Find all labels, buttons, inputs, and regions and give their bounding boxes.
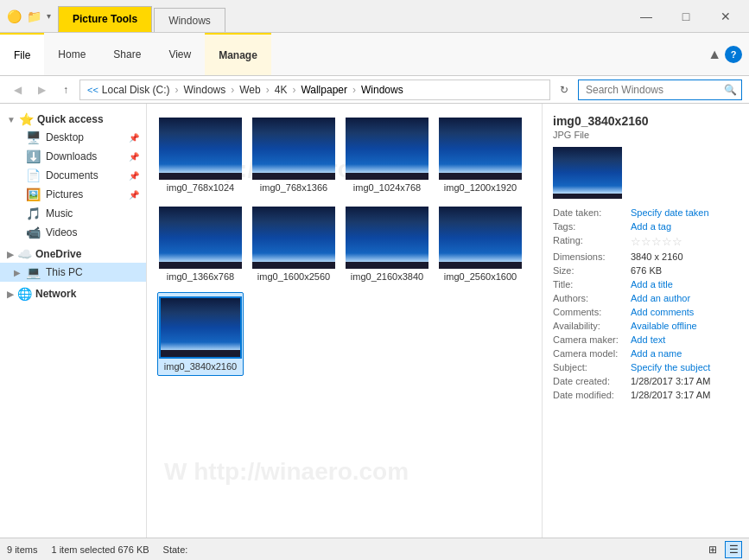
file-item[interactable]: img0_1200x1920 <box>437 114 524 196</box>
view-toggle: ⊞ ☰ <box>704 541 742 558</box>
detail-value[interactable]: Add text <box>631 334 739 345</box>
detail-row-camera-model: Camera model: Add a name <box>553 348 739 359</box>
file-label: img0_1200x1920 <box>444 182 517 193</box>
maximize-button[interactable]: □ <box>666 0 706 33</box>
chevron-right-icon: ▶ <box>14 268 21 277</box>
search-input[interactable] <box>578 80 742 100</box>
detail-value[interactable]: Add a title <box>631 279 739 290</box>
detail-preview <box>553 147 622 199</box>
title-bar: 🟡 📁 ▾ Picture Tools Windows — □ ✕ <box>0 0 749 33</box>
network-icon: 🌐 <box>17 287 32 301</box>
ribbon-tab-view[interactable]: View <box>155 33 205 75</box>
close-button[interactable]: ✕ <box>706 0 746 33</box>
detail-label: Camera model: <box>553 348 631 359</box>
ribbon-tab-file[interactable]: File <box>0 33 44 75</box>
minimize-button[interactable]: — <box>626 0 666 33</box>
file-thumbnail <box>159 296 242 359</box>
detail-panel: img0_3840x2160 JPG File Date taken: Spec… <box>542 104 749 538</box>
detail-row-authors: Authors: Add an author <box>553 293 739 303</box>
this-pc-label: This PC <box>46 266 83 278</box>
detail-row-subject: Subject: Specify the subject <box>553 362 739 372</box>
ribbon-collapse-icon[interactable]: ▲ <box>708 47 721 62</box>
help-icon[interactable]: ? <box>725 46 742 63</box>
file-item[interactable]: img0_2560x1600 <box>437 203 524 285</box>
sidebar-item-downloads[interactable]: ⬇️ Downloads 📌 <box>0 147 146 166</box>
content-area: W http://winaero.com W http://winaero.co… <box>147 104 542 538</box>
sidebar-item-this-pc[interactable]: ▶ 💻 This PC <box>0 263 146 282</box>
list-view-button[interactable]: ☰ <box>725 541 742 558</box>
file-item[interactable]: img0_1024x768 <box>344 114 430 196</box>
file-grid: img0_768x1024 img0_768x1366 img0_1024x76… <box>154 111 535 379</box>
file-label: img0_3840x2160 <box>164 361 237 372</box>
detail-row-dimensions: Dimensions: 3840 x 2160 <box>553 251 739 262</box>
ribbon-tab-manage[interactable]: Manage <box>205 33 271 75</box>
detail-row-rating: Rating: ☆☆☆☆☆ <box>553 235 739 248</box>
file-item[interactable]: img0_1600x2560 <box>251 203 337 285</box>
detail-value[interactable]: Add an author <box>631 293 739 303</box>
detail-row-tags: Tags: Add a tag <box>553 221 739 232</box>
detail-label: Date modified: <box>553 390 631 400</box>
this-pc-icon: 💻 <box>26 265 41 279</box>
detail-row-date-modified: Date modified: 1/28/2017 3:17 AM <box>553 390 739 400</box>
detail-type: JPG File <box>553 130 739 140</box>
pin-icon: 📌 <box>129 171 139 181</box>
file-item-selected[interactable]: img0_3840x2160 <box>157 292 244 376</box>
chevron-down-icon: ▼ <box>7 115 16 124</box>
sidebar-item-documents[interactable]: 📄 Documents 📌 <box>0 166 146 185</box>
detail-value[interactable]: Specify the subject <box>631 362 739 372</box>
file-thumbnail <box>159 118 242 180</box>
rating-stars[interactable]: ☆☆☆☆☆ <box>631 235 682 248</box>
videos-icon: 📹 <box>26 226 41 239</box>
file-item[interactable]: img0_768x1366 <box>251 114 337 196</box>
tab-windows[interactable]: Windows <box>154 8 225 32</box>
ribbon-tab-share[interactable]: Share <box>99 33 155 75</box>
sidebar-item-desktop[interactable]: 🖥️ Desktop 📌 <box>0 128 146 147</box>
file-thumbnail <box>346 118 428 180</box>
sidebar-item-videos[interactable]: 📹 Videos <box>0 223 146 242</box>
file-item[interactable]: img0_1366x768 <box>157 203 244 285</box>
network-label: Network <box>35 288 76 300</box>
grid-view-button[interactable]: ⊞ <box>704 541 721 558</box>
file-thumbnail <box>159 207 242 269</box>
file-thumbnail <box>439 118 522 180</box>
file-label: img0_1366x768 <box>167 271 234 282</box>
detail-label: Authors: <box>553 293 631 303</box>
forward-button[interactable]: ▶ <box>31 80 52 100</box>
file-thumbnail <box>252 118 335 180</box>
detail-value: 1/28/2017 3:17 AM <box>631 390 739 400</box>
detail-label: Tags: <box>553 221 631 232</box>
detail-row-title: Title: Add a title <box>553 279 739 290</box>
quick-access-label: Quick access <box>37 113 104 125</box>
address-path[interactable]: << Local Disk (C:) › Windows › Web › 4K … <box>79 80 550 100</box>
detail-label: Date created: <box>553 376 631 386</box>
main-area: ▼ ⭐ Quick access 🖥️ Desktop 📌 ⬇️ Downloa… <box>0 104 749 538</box>
sidebar-item-pictures[interactable]: 🖼️ Pictures 📌 <box>0 185 146 204</box>
onedrive-icon: ☁️ <box>17 247 32 261</box>
sidebar-item-music[interactable]: 🎵 Music <box>0 204 146 223</box>
tab-picture-tools[interactable]: Picture Tools <box>58 6 152 32</box>
detail-value[interactable]: Add a tag <box>631 221 739 232</box>
detail-value[interactable]: Add a name <box>631 348 739 359</box>
onedrive-label: OneDrive <box>35 248 81 260</box>
sidebar: ▼ ⭐ Quick access 🖥️ Desktop 📌 ⬇️ Downloa… <box>0 104 147 538</box>
detail-label: Subject: <box>553 362 631 372</box>
ribbon-tab-home[interactable]: Home <box>44 33 99 75</box>
file-item[interactable]: img0_2160x3840 <box>344 203 430 285</box>
back-button[interactable]: ◀ <box>7 80 28 100</box>
up-button[interactable]: ↑ <box>55 80 76 100</box>
sidebar-section-network[interactable]: ▶ 🌐 Network <box>0 282 146 302</box>
detail-value: Available offline <box>631 321 739 331</box>
sidebar-section-quick-access[interactable]: ▼ ⭐ Quick access <box>0 107 146 128</box>
file-label: img0_768x1366 <box>260 182 327 193</box>
file-item[interactable]: img0_768x1024 <box>157 114 244 196</box>
detail-label: Rating: <box>553 235 631 248</box>
ribbon: File Home Share View Manage ▲ ? <box>0 33 749 76</box>
title-tabs: Picture Tools Windows <box>58 0 626 32</box>
selected-info: 1 item selected 676 KB <box>51 544 149 555</box>
sidebar-section-onedrive[interactable]: ▶ ☁️ OneDrive <box>0 242 146 263</box>
detail-value[interactable]: Specify date taken <box>631 207 739 218</box>
refresh-button[interactable]: ↻ <box>554 80 574 100</box>
sidebar-item-label: Documents <box>46 169 98 181</box>
detail-value[interactable]: Add comments <box>631 307 739 317</box>
address-bar: ◀ ▶ ↑ << Local Disk (C:) › Windows › Web… <box>0 76 749 104</box>
